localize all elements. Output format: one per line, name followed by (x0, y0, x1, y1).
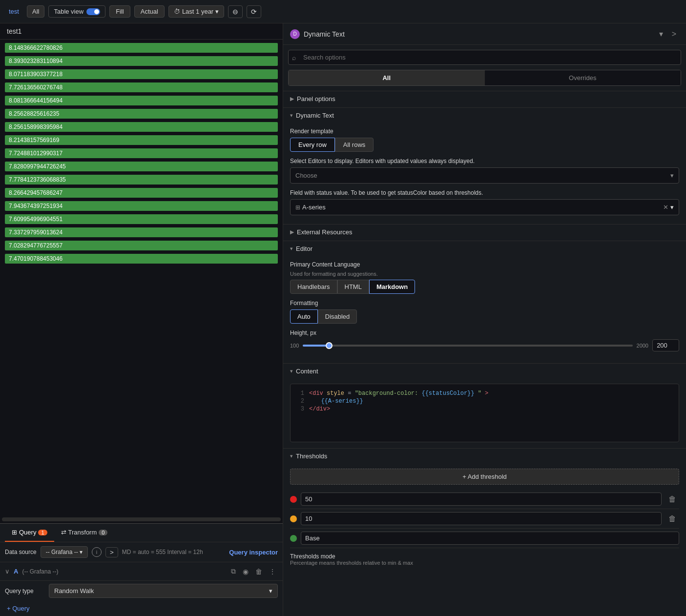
content-editor[interactable]: 1 <div style = "background-color: {{stat… (290, 384, 679, 442)
thresholds-body: + Add threshold 🗑 🗑 (283, 464, 686, 571)
code-line-3: 3 </div> (296, 406, 673, 412)
list-item: 7.943674397251934 (5, 199, 278, 211)
query-type-select[interactable]: Random Walk ▾ (49, 584, 278, 598)
disabled-format-button[interactable]: Disabled (318, 309, 357, 324)
tab-all[interactable]: All (289, 70, 485, 85)
datasource-value: -- Grafana -- (46, 549, 78, 555)
query-tabs: ⊞ Query 1 ⇄ Transform 0 (0, 524, 283, 542)
primary-lang-label: Primary Content Language (290, 261, 679, 268)
list-item: 8.071183903377218 (5, 67, 278, 79)
refresh-button[interactable]: ⟳ (247, 5, 261, 18)
list-item: 7.726136560276748 (5, 81, 278, 92)
list-item: 8.256158998395984 (5, 120, 278, 132)
threshold-mode-sub: Percentage means thresholds relative to … (290, 560, 679, 566)
list-item: 7.8280997944726245 (5, 160, 278, 171)
meta-text: MD = auto = 555 Interval = 12h (122, 549, 225, 555)
chevron-down-icon[interactable]: ∨ (5, 568, 10, 575)
panel-options-label: Panel options (297, 95, 335, 103)
threshold-item-10: 🗑 (290, 509, 679, 529)
slider-fill (303, 345, 329, 347)
threshold-value-input[interactable] (301, 512, 662, 525)
data-bar: 8.071183903377218 (5, 69, 278, 79)
all-filter[interactable]: All (27, 5, 44, 18)
code-line-1: 1 <div style = "background-color: {{stat… (296, 390, 673, 397)
editor-header[interactable]: ▾ Editor (283, 241, 686, 256)
choose-select[interactable]: Choose ▾ (290, 167, 679, 184)
actual-button[interactable]: Actual (134, 5, 165, 18)
select-editors-label: Select Editors to display. Editors with … (290, 158, 679, 164)
handlebars-button[interactable]: Handlebars (290, 280, 337, 294)
height-label: Height, px (290, 329, 679, 336)
add-query-button[interactable]: + Query (0, 601, 37, 616)
expand-button[interactable]: > (105, 547, 118, 557)
panel-options-header[interactable]: ▶ Panel options (283, 91, 686, 106)
threshold-base-input[interactable] (301, 532, 679, 545)
search-icon: ⌕ (292, 54, 296, 62)
slider-thumb[interactable] (326, 342, 333, 349)
every-row-button[interactable]: Every row (290, 138, 335, 152)
time-range-picker[interactable]: ⏱ Last 1 year ▾ (168, 5, 224, 18)
thresholds-header[interactable]: ▾ Thresholds (283, 448, 686, 464)
markdown-button[interactable]: Markdown (369, 280, 415, 294)
editor-label: Editor (296, 245, 312, 252)
clear-icon[interactable]: ✕ (663, 204, 668, 211)
panel-options-section: ▶ Panel options (283, 91, 686, 106)
chevron-down-icon: ▾ (670, 204, 674, 211)
copy-query-button[interactable]: ⧉ (229, 566, 238, 576)
right-panel-header: D Dynamic Text ▾ > (283, 23, 686, 45)
expand-right-icon[interactable]: > (669, 28, 679, 40)
data-bar: 7.6099549969​04551 (5, 214, 278, 224)
all-rows-button[interactable]: All rows (335, 138, 374, 152)
a-series-select[interactable]: ⊞ A-series ✕ ▾ (290, 199, 679, 215)
table-view-toggle[interactable]: Table view (48, 5, 105, 18)
list-item: 7.6099549969​04551 (5, 212, 278, 224)
external-resources-header[interactable]: ▶ External Resources (283, 224, 686, 240)
query-type-value: Random Walk (54, 587, 94, 595)
search-input[interactable] (288, 50, 681, 65)
threshold-value-input[interactable] (301, 493, 662, 506)
clock-icon: ⏱ (174, 8, 180, 15)
auto-format-button[interactable]: Auto (290, 309, 318, 324)
toggle-switch[interactable] (86, 8, 100, 15)
right-panel: D Dynamic Text ▾ > ⌕ All Overrides (283, 23, 686, 616)
transform-tab-label: Transform (68, 529, 97, 536)
fill-button[interactable]: Fill (109, 5, 130, 18)
delete-threshold-button[interactable]: 🗑 (665, 494, 679, 505)
data-bar: 7.726136560276748 (5, 82, 278, 92)
transform-tab[interactable]: ⇄ Transform 0 (54, 524, 115, 542)
data-bar: 7.8280997944726245 (5, 162, 278, 171)
line-number: 2 (296, 398, 304, 405)
dynamic-text-header[interactable]: ▾ Dynamic Text (283, 107, 686, 123)
language-buttons: Handlebars HTML Markdown (290, 280, 679, 294)
chevron-right-icon: ▶ (290, 96, 294, 102)
content-header[interactable]: ▾ Content (283, 363, 686, 379)
data-bar: 8.21438157569169 (5, 135, 278, 145)
delete-query-button[interactable]: 🗑 (253, 566, 264, 576)
query-inspector-button[interactable]: Query inspector (229, 549, 278, 556)
info-icon[interactable]: i (92, 547, 102, 557)
thresholds-section: ▾ Thresholds + Add threshold 🗑 (283, 448, 686, 571)
list-item: 7.7784123736068835 (5, 173, 278, 185)
chevron-right-icon: ▶ (290, 229, 294, 235)
dropdown-icon[interactable]: ▾ (656, 28, 666, 40)
delete-threshold-button[interactable]: 🗑 (665, 513, 679, 524)
toggle-visibility-button[interactable]: ◉ (241, 566, 250, 576)
more-options-button[interactable]: ⋮ (267, 566, 278, 576)
query-panel: ⊞ Query 1 ⇄ Transform 0 Data source -- G… (0, 523, 283, 616)
table-view-label: Table view (54, 8, 83, 15)
add-threshold-button[interactable]: + Add threshold (290, 469, 679, 485)
query-icon: ⊞ (12, 529, 17, 536)
horizontal-scrollbar[interactable] (2, 517, 281, 521)
datasource-select[interactable]: -- Grafana -- ▾ (41, 546, 88, 558)
primary-lang-sub: Used for formatting and suggestions. (290, 271, 679, 277)
tab-overrides[interactable]: Overrides (485, 70, 681, 85)
height-input[interactable] (652, 339, 679, 351)
height-slider-track[interactable] (303, 345, 632, 347)
data-bar: 8.25628825616235 (5, 109, 278, 119)
test-tab[interactable]: test (5, 6, 23, 17)
html-button[interactable]: HTML (337, 280, 369, 294)
query-action-icons: ⧉ ◉ 🗑 ⋮ (229, 566, 278, 576)
zoom-out-button[interactable]: ⊖ (228, 5, 243, 18)
threshold-mode-label: Thresholds mode (290, 553, 679, 560)
query-tab[interactable]: ⊞ Query 1 (5, 524, 54, 542)
